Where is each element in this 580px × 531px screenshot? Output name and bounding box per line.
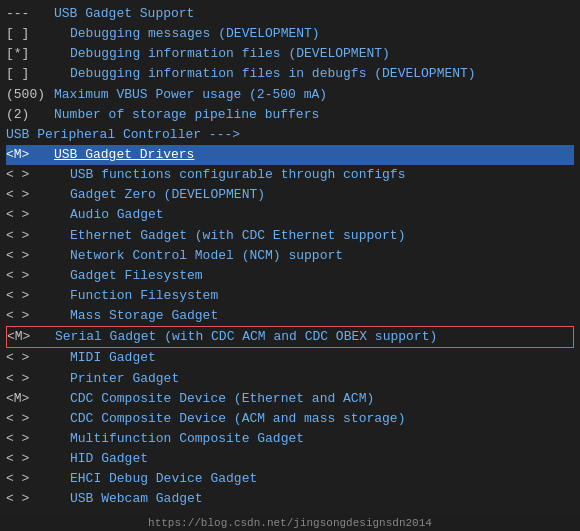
terminal-line: < >USB functions configurable through co… bbox=[6, 165, 574, 185]
line-prefix: [*] bbox=[6, 44, 54, 64]
line-prefix: < > bbox=[6, 165, 54, 185]
line-text: MIDI Gadget bbox=[70, 348, 156, 368]
terminal-line: < >Gadget Filesystem bbox=[6, 266, 574, 286]
line-prefix: <M> bbox=[6, 389, 54, 409]
line-prefix: < > bbox=[6, 449, 54, 469]
line-prefix: (500) bbox=[6, 85, 54, 105]
line-prefix: < > bbox=[6, 205, 54, 225]
line-text: Audio Gadget bbox=[70, 205, 164, 225]
terminal-line: < >Ethernet Gadget (with CDC Ethernet su… bbox=[6, 226, 574, 246]
line-prefix: < > bbox=[6, 306, 54, 326]
line-prefix: < > bbox=[6, 266, 54, 286]
line-text: Gadget Zero (DEVELOPMENT) bbox=[70, 185, 265, 205]
terminal-line: < >USB Webcam Gadget bbox=[6, 489, 574, 509]
line-prefix: < > bbox=[6, 469, 54, 489]
line-prefix: < > bbox=[6, 246, 54, 266]
line-text: Maximum VBUS Power usage (2-500 mA) bbox=[54, 85, 327, 105]
line-prefix: < > bbox=[6, 286, 54, 306]
line-text: USB Gadget Support bbox=[54, 4, 194, 24]
line-text: Debugging messages (DEVELOPMENT) bbox=[70, 24, 320, 44]
terminal-line: < >Network Control Model (NCM) support bbox=[6, 246, 574, 266]
terminal-line: <M>Serial Gadget (with CDC ACM and CDC O… bbox=[6, 326, 574, 348]
terminal-line: < >MIDI Gadget bbox=[6, 348, 574, 368]
terminal-line: <M>CDC Composite Device (Ethernet and AC… bbox=[6, 389, 574, 409]
line-prefix: --- bbox=[6, 4, 54, 24]
line-text: USB Webcam Gadget bbox=[70, 489, 203, 509]
line-text: Number of storage pipeline buffers bbox=[54, 105, 319, 125]
line-text: USB Gadget Drivers bbox=[54, 145, 194, 165]
line-prefix: < > bbox=[6, 185, 54, 205]
terminal-line: <M>USB Gadget Drivers bbox=[6, 145, 574, 165]
line-text: CDC Composite Device (Ethernet and ACM) bbox=[70, 389, 374, 409]
terminal-line: USB Peripheral Controller ---> bbox=[6, 125, 574, 145]
line-text: Debugging information files in debugfs (… bbox=[70, 64, 476, 84]
line-text: USB Peripheral Controller ---> bbox=[6, 125, 240, 145]
terminal-line: < >Gadget Zero (DEVELOPMENT) bbox=[6, 185, 574, 205]
terminal-line: (500)Maximum VBUS Power usage (2-500 mA) bbox=[6, 85, 574, 105]
line-text: Network Control Model (NCM) support bbox=[70, 246, 343, 266]
line-text: Debugging information files (DEVELOPMENT… bbox=[70, 44, 390, 64]
terminal-line: < >HID Gadget bbox=[6, 449, 574, 469]
line-prefix: <M> bbox=[6, 145, 54, 165]
terminal-line: (2)Number of storage pipeline buffers bbox=[6, 105, 574, 125]
line-prefix: [ ] bbox=[6, 24, 54, 44]
line-prefix: < > bbox=[6, 409, 54, 429]
line-text: HID Gadget bbox=[70, 449, 148, 469]
url-bar: https://blog.csdn.net/jingsongdesignsdn2… bbox=[0, 515, 580, 531]
terminal-line: < >EHCI Debug Device Gadget bbox=[6, 469, 574, 489]
line-text: Gadget Filesystem bbox=[70, 266, 203, 286]
line-text: CDC Composite Device (ACM and mass stora… bbox=[70, 409, 405, 429]
line-text: Printer Gadget bbox=[70, 369, 179, 389]
line-prefix: [ ] bbox=[6, 64, 54, 84]
line-text: Function Filesystem bbox=[70, 286, 218, 306]
line-prefix: (2) bbox=[6, 105, 54, 125]
terminal: --- USB Gadget Support[ ]Debugging messa… bbox=[0, 0, 580, 531]
terminal-line: < >Audio Gadget bbox=[6, 205, 574, 225]
line-text: Ethernet Gadget (with CDC Ethernet suppo… bbox=[70, 226, 405, 246]
line-text: Serial Gadget (with CDC ACM and CDC OBEX… bbox=[55, 327, 437, 347]
line-text: USB functions configurable through confi… bbox=[70, 165, 405, 185]
line-text: Mass Storage Gadget bbox=[70, 306, 218, 326]
terminal-line: [ ]Debugging information files in debugf… bbox=[6, 64, 574, 84]
terminal-line: [ ]Debugging messages (DEVELOPMENT) bbox=[6, 24, 574, 44]
terminal-line: < >Multifunction Composite Gadget bbox=[6, 429, 574, 449]
line-prefix: < > bbox=[6, 226, 54, 246]
terminal-line: < >Mass Storage Gadget bbox=[6, 306, 574, 326]
terminal-line: < >Printer Gadget bbox=[6, 369, 574, 389]
line-prefix: < > bbox=[6, 429, 54, 449]
terminal-line: < >CDC Composite Device (ACM and mass st… bbox=[6, 409, 574, 429]
line-prefix: <M> bbox=[7, 327, 55, 347]
terminal-line: [*]Debugging information files (DEVELOPM… bbox=[6, 44, 574, 64]
line-text: Multifunction Composite Gadget bbox=[70, 429, 304, 449]
line-text: EHCI Debug Device Gadget bbox=[70, 469, 257, 489]
terminal-line: --- USB Gadget Support bbox=[6, 4, 574, 24]
terminal-line: < >Function Filesystem bbox=[6, 286, 574, 306]
line-prefix: < > bbox=[6, 348, 54, 368]
line-prefix: < > bbox=[6, 489, 54, 509]
line-prefix: < > bbox=[6, 369, 54, 389]
